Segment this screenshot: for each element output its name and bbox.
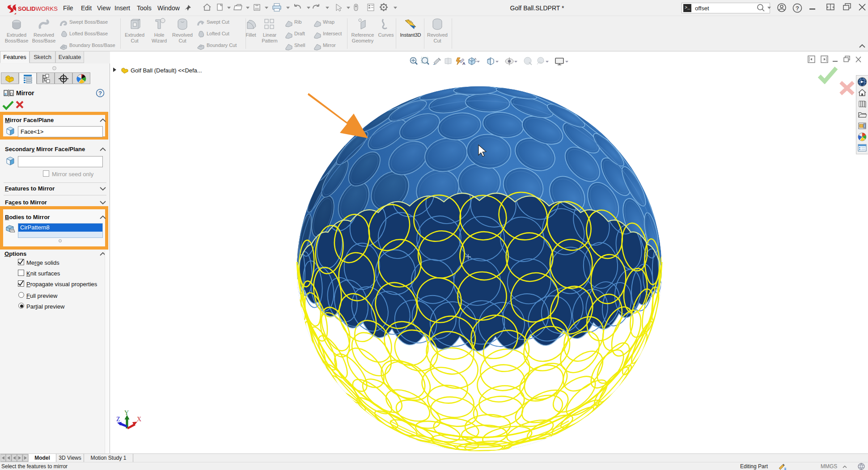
- svg-text:A: A: [462, 61, 466, 66]
- svg-text:X: X: [137, 416, 141, 423]
- svg-text:Z: Z: [116, 416, 120, 423]
- svg-text:Y: Y: [124, 411, 129, 416]
